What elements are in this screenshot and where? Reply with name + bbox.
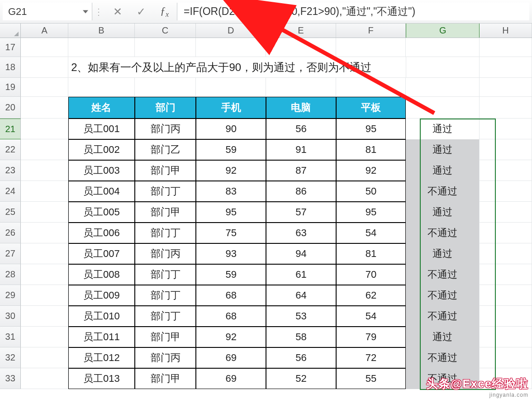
td-pc[interactable]: 58: [266, 327, 336, 347]
row-header[interactable]: 18: [0, 57, 21, 78]
cell[interactable]: [21, 139, 68, 160]
cell[interactable]: [21, 347, 68, 368]
td-dept[interactable]: 部门丁: [135, 181, 196, 202]
cell[interactable]: [480, 119, 532, 139]
td-name[interactable]: 员工008: [68, 264, 135, 285]
td-tablet[interactable]: 95: [336, 202, 406, 223]
td-phone[interactable]: 69: [196, 368, 266, 389]
cell[interactable]: [21, 243, 68, 264]
instruction-cell[interactable]: 2、如果有一个及以上的产品大于90，则为通过，否则为不通过: [68, 57, 406, 78]
td-pc[interactable]: 56: [266, 347, 336, 368]
cell[interactable]: [21, 78, 68, 97]
td-dept[interactable]: 部门丙: [135, 347, 196, 368]
cell[interactable]: [21, 202, 68, 223]
td-result[interactable]: 通过: [406, 139, 479, 160]
cell[interactable]: [480, 160, 532, 181]
td-result[interactable]: 通过: [406, 119, 479, 139]
cell[interactable]: [406, 57, 480, 78]
cell[interactable]: [336, 38, 406, 57]
td-pc[interactable]: 64: [266, 285, 336, 306]
fx-icon[interactable]: ƒx: [160, 5, 169, 18]
name-box[interactable]: G21: [3, 3, 92, 20]
td-tablet[interactable]: 55: [336, 368, 406, 389]
col-header[interactable]: A: [21, 24, 68, 38]
confirm-icon[interactable]: ✓: [137, 6, 146, 17]
td-phone[interactable]: 92: [196, 327, 266, 347]
cell[interactable]: [21, 160, 68, 181]
row-header[interactable]: 31: [0, 327, 21, 347]
row-header[interactable]: 24: [0, 181, 21, 202]
cell[interactable]: [68, 78, 135, 97]
td-result[interactable]: 不通过: [406, 181, 479, 202]
cell[interactable]: [480, 223, 532, 243]
td-result[interactable]: 不通过: [406, 264, 479, 285]
cell[interactable]: [480, 202, 532, 223]
cell[interactable]: [266, 38, 336, 57]
col-header[interactable]: F: [336, 24, 406, 38]
td-pc[interactable]: 57: [266, 202, 336, 223]
td-tablet[interactable]: 62: [336, 285, 406, 306]
td-tablet[interactable]: 54: [336, 223, 406, 243]
td-pc[interactable]: 52: [266, 368, 336, 389]
td-name[interactable]: 员工007: [68, 243, 135, 264]
td-tablet[interactable]: 81: [336, 243, 406, 264]
row-header[interactable]: 28: [0, 264, 21, 285]
td-result[interactable]: 通过: [406, 160, 479, 181]
cell[interactable]: [21, 368, 68, 389]
td-result[interactable]: 不通过: [406, 223, 479, 243]
cell[interactable]: [480, 347, 532, 368]
cell[interactable]: [21, 97, 68, 119]
td-name[interactable]: 员工010: [68, 306, 135, 327]
td-phone[interactable]: 59: [196, 139, 266, 160]
col-header[interactable]: D: [196, 24, 266, 38]
td-phone[interactable]: 83: [196, 181, 266, 202]
row-header[interactable]: 33: [0, 368, 21, 389]
td-phone[interactable]: 59: [196, 264, 266, 285]
td-name[interactable]: 员工001: [68, 119, 135, 139]
td-name[interactable]: 员工006: [68, 223, 135, 243]
cell[interactable]: [480, 38, 532, 57]
row-header[interactable]: 30: [0, 306, 21, 327]
td-name[interactable]: 员工011: [68, 327, 135, 347]
col-header[interactable]: H: [480, 24, 532, 38]
td-result[interactable]: 不通过: [406, 347, 479, 368]
td-phone[interactable]: 92: [196, 160, 266, 181]
td-result[interactable]: 通过: [406, 202, 479, 223]
formula-input[interactable]: =IF(OR(D21>90,E21>90,F21>90),"通过","不通过"): [177, 3, 529, 20]
col-header[interactable]: B: [68, 24, 135, 38]
td-tablet[interactable]: 95: [336, 119, 406, 139]
col-header[interactable]: C: [135, 24, 196, 38]
cell[interactable]: [21, 181, 68, 202]
row-header[interactable]: 22: [0, 139, 21, 160]
td-dept[interactable]: 部门乙: [135, 139, 196, 160]
td-dept[interactable]: 部门丁: [135, 285, 196, 306]
td-pc[interactable]: 94: [266, 243, 336, 264]
td-phone[interactable]: 68: [196, 285, 266, 306]
cell[interactable]: [480, 285, 532, 306]
cell[interactable]: [21, 264, 68, 285]
cell[interactable]: [196, 78, 266, 97]
row-header[interactable]: 19: [0, 78, 21, 97]
cell[interactable]: [266, 78, 336, 97]
cell[interactable]: [336, 78, 406, 97]
td-pc[interactable]: 53: [266, 306, 336, 327]
td-result[interactable]: 通过: [406, 327, 479, 347]
row-header[interactable]: 26: [0, 223, 21, 243]
td-dept[interactable]: 部门丁: [135, 306, 196, 327]
cell[interactable]: [480, 264, 532, 285]
td-phone[interactable]: 68: [196, 306, 266, 327]
cell[interactable]: [21, 223, 68, 243]
td-pc[interactable]: 63: [266, 223, 336, 243]
cell[interactable]: [406, 38, 479, 57]
td-pc[interactable]: 56: [266, 119, 336, 139]
td-tablet[interactable]: 50: [336, 181, 406, 202]
td-dept[interactable]: 部门丁: [135, 264, 196, 285]
row-header[interactable]: 23: [0, 160, 21, 181]
th-name[interactable]: 姓名: [68, 97, 135, 119]
chevron-down-icon[interactable]: [83, 10, 88, 13]
cell[interactable]: [21, 285, 68, 306]
row-header[interactable]: 21: [0, 119, 21, 139]
row-header[interactable]: 17: [0, 38, 21, 57]
td-name[interactable]: 员工004: [68, 181, 135, 202]
td-dept[interactable]: 部门丁: [135, 223, 196, 243]
